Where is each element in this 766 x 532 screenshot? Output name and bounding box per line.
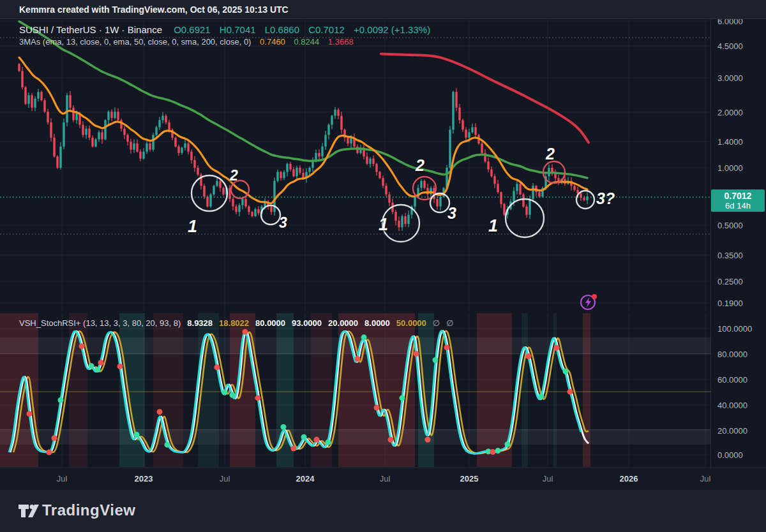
buy-signal-dot xyxy=(58,397,64,403)
sell-signal-dot xyxy=(414,351,419,357)
candles-layer xyxy=(18,63,588,231)
tradingview-logo-icon[interactable] xyxy=(18,501,40,521)
annotation-circle[interactable] xyxy=(192,175,227,211)
sell-signal-dot xyxy=(117,364,123,369)
buy-signal-dot xyxy=(495,448,501,454)
price-axis-tick: 4.5000 xyxy=(717,41,743,51)
price-axis-tick: 0.0000 xyxy=(717,450,743,460)
sell-signal-dot xyxy=(214,364,220,370)
threshold-zone xyxy=(0,429,710,445)
time-axis[interactable]: Jul2023Jul2024Jul2025Jul2026Jul xyxy=(0,468,766,491)
sell-signal-dot xyxy=(243,329,248,335)
time-axis-label: Jul xyxy=(220,474,230,484)
buy-signal-dot xyxy=(433,357,439,363)
buy-signal-dot xyxy=(361,334,367,340)
main-chart[interactable] xyxy=(0,0,766,532)
sell-signal-dot xyxy=(47,450,52,455)
time-axis-label: 2024 xyxy=(296,474,315,484)
time-axis-label: Jul xyxy=(543,474,553,484)
sell-signal-dot xyxy=(157,409,163,415)
buy-signal-dot xyxy=(539,394,544,399)
buy-signal-dot xyxy=(505,441,511,447)
price-axis-tick: 1.0000 xyxy=(717,163,743,173)
last-price-value: 0.7012 xyxy=(711,191,765,201)
price-axis-tick: 0.3500 xyxy=(717,251,743,260)
snapshot-caption: Kemmra created with TradingView.com, Oct… xyxy=(19,4,289,15)
price-axis[interactable]: 6.00004.50003.00002.00001.40001.00000.50… xyxy=(710,19,766,468)
buy-signal-dot xyxy=(301,434,307,440)
stochrsi-pane xyxy=(0,313,710,467)
buy-signal-dot xyxy=(165,442,170,448)
sell-signal-dot xyxy=(444,344,450,350)
price-axis-tick: 0.1900 xyxy=(717,299,743,308)
price-axis-tick: 20.0000 xyxy=(717,426,747,436)
sell-signal-dot xyxy=(79,343,85,349)
annotation-circle[interactable] xyxy=(506,199,544,237)
last-price-badge: 0.7012 6d 14h xyxy=(711,189,765,212)
price-axis-tick: 1.4000 xyxy=(717,137,743,147)
ema50-line[interactable] xyxy=(19,22,587,178)
price-axis-tick: 80.0000 xyxy=(717,350,747,359)
price-axis-tick: 0.5000 xyxy=(717,221,743,230)
footer-bar: TradingView xyxy=(0,490,766,532)
sell-signal-dot xyxy=(314,437,320,443)
price-axis-tick: 60.0000 xyxy=(717,375,747,385)
tradingview-wordmark[interactable]: TradingView xyxy=(42,501,135,519)
buy-signal-dot xyxy=(326,440,331,445)
price-axis-tick: 100.0000 xyxy=(717,324,752,334)
buy-signal-dot xyxy=(222,390,228,395)
price-axis-tick: 3.0000 xyxy=(717,73,743,83)
buy-signal-dot xyxy=(89,363,94,369)
buy-signal-dot xyxy=(281,424,287,430)
time-axis-label: Jul xyxy=(57,474,68,484)
sell-signal-dot xyxy=(567,389,573,395)
time-axis-label: Jul xyxy=(700,474,711,484)
bar-countdown: 6d 14h xyxy=(711,201,765,211)
sell-signal-dot xyxy=(355,356,361,362)
time-axis-label: Jul xyxy=(380,474,391,484)
flash-boost-button[interactable] xyxy=(578,292,599,312)
sell-signal-dot xyxy=(291,446,297,452)
notification-dot xyxy=(592,294,597,299)
buy-signal-dot xyxy=(400,395,405,401)
sma200-line[interactable] xyxy=(381,54,589,142)
tradingview-chart-app: Kemmra created with TradingView.com, Oct… xyxy=(0,0,766,532)
buy-signal-dot xyxy=(134,432,140,438)
time-axis-label: 2023 xyxy=(135,474,153,484)
buy-signal-dot xyxy=(230,392,236,398)
flash-icon xyxy=(578,292,599,312)
sell-signal-dot xyxy=(425,437,431,443)
price-axis-tick: 2.0000 xyxy=(717,108,743,117)
sell-signal-dot xyxy=(374,405,380,411)
price-axis-tick: 40.0000 xyxy=(717,401,747,410)
sell-signal-dot xyxy=(554,345,560,351)
buy-signal-dot xyxy=(563,369,569,374)
annotation-circle[interactable] xyxy=(576,191,594,209)
sell-signal-dot xyxy=(98,360,104,366)
sell-signal-dot xyxy=(52,435,57,441)
sell-signal-dot xyxy=(388,437,394,443)
buy-signal-dot xyxy=(95,367,101,373)
sell-signal-dot xyxy=(27,411,33,417)
time-axis-label: 2025 xyxy=(460,474,479,484)
time-axis-label: 2026 xyxy=(620,474,638,484)
annotation-circle[interactable] xyxy=(382,205,419,242)
price-axis-tick: 0.2500 xyxy=(717,277,743,286)
sell-signal-dot xyxy=(255,395,261,401)
sell-signal-dot xyxy=(490,449,496,455)
candles-pane xyxy=(18,22,589,231)
sell-signal-dot xyxy=(526,353,532,359)
snapshot-caption-bar: Kemmra created with TradingView.com, Oct… xyxy=(0,0,766,19)
